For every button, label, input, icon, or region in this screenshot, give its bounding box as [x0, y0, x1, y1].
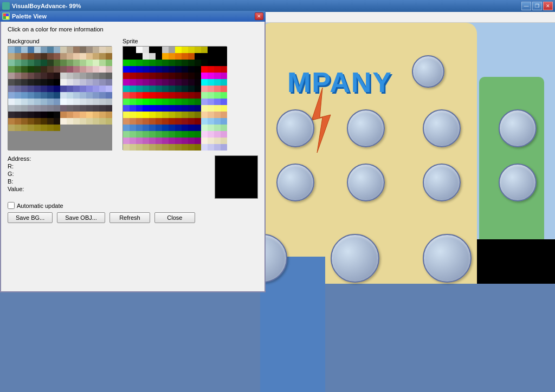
info-labels: Address: R: G: B: Value:: [8, 155, 204, 193]
dialog-close-icon[interactable]: ✕: [255, 12, 263, 20]
dialog-icon: [2, 12, 10, 20]
dialog-titlebar: Palette View ✕: [0, 11, 266, 22]
auto-update-row[interactable]: Automatic update: [8, 202, 258, 209]
save-bg-button[interactable]: Save BG...: [8, 212, 53, 223]
minimize-button[interactable]: —: [521, 2, 531, 10]
info-section: Address: R: G: B: Value:: [8, 155, 258, 199]
circle-1: [412, 55, 444, 88]
bg-palette-label: Background: [8, 38, 112, 44]
circle-r2-2: [347, 164, 385, 201]
circle-r1-4: [499, 109, 537, 147]
value-row: Value:: [8, 186, 204, 192]
sprite-palette-label: Sprite: [122, 38, 227, 44]
dialog-title-text: Palette View: [12, 13, 47, 19]
circle-r2-4: [499, 164, 537, 201]
b-label: B:: [8, 178, 13, 185]
circle-r1-2: [347, 109, 385, 147]
title-text: VisualBoyAdvance- 99%: [12, 3, 81, 9]
save-obj-button[interactable]: Save OBJ...: [57, 212, 105, 223]
background-palette-grid[interactable]: [8, 46, 112, 150]
dialog-body: Click on a color for more information Ba…: [0, 22, 266, 292]
dialog-title-area: Palette View: [2, 12, 47, 20]
svg-rect-4: [6, 16, 9, 19]
svg-rect-2: [6, 14, 9, 16]
auto-update-label[interactable]: Automatic update: [17, 202, 63, 209]
svg-marker-0: [312, 88, 331, 153]
palettes-row: Background Sprite: [8, 38, 258, 150]
title-bar: VisualBoyAdvance- 99% — ❐ ✕: [0, 0, 555, 12]
buttons-row: Save BG... Save OBJ... Refresh Close: [8, 212, 258, 223]
b-row: B:: [8, 178, 204, 185]
address-row: Address:: [8, 155, 204, 162]
close-button[interactable]: ✕: [543, 2, 553, 10]
refresh-button[interactable]: Refresh: [109, 212, 150, 223]
close-dialog-button[interactable]: Close: [154, 212, 195, 223]
r-row: R:: [8, 163, 204, 169]
color-preview: [215, 155, 258, 199]
maximize-button[interactable]: ❐: [532, 2, 542, 10]
background-palette-section: Background: [8, 38, 112, 150]
auto-update-checkbox[interactable]: [8, 202, 15, 209]
sprite-palette-grid[interactable]: [122, 46, 227, 150]
g-row: G:: [8, 171, 204, 177]
svg-rect-3: [3, 16, 6, 19]
app-icon: [2, 2, 10, 10]
circle-b4: [331, 234, 379, 283]
circle-r1-3: [423, 109, 461, 147]
circle-r2-3: [423, 164, 461, 201]
title-bar-text: VisualBoyAdvance- 99%: [2, 2, 81, 10]
building-green: [479, 77, 544, 239]
title-bar-controls: — ❐ ✕: [521, 2, 553, 10]
value-label: Value:: [8, 186, 24, 192]
r-label: R:: [8, 163, 14, 169]
sprite-palette-section: Sprite: [122, 38, 227, 150]
address-label: Address:: [8, 155, 31, 162]
circle-b5: [423, 234, 472, 283]
circle-r1-1: [276, 109, 314, 147]
svg-rect-1: [3, 14, 6, 16]
g-label: G:: [8, 171, 14, 177]
palette-view-dialog: Palette View ✕ Click on a color for more…: [0, 11, 266, 292]
hint-text: Click on a color for more information: [8, 26, 258, 32]
circle-r2-1: [276, 164, 314, 201]
